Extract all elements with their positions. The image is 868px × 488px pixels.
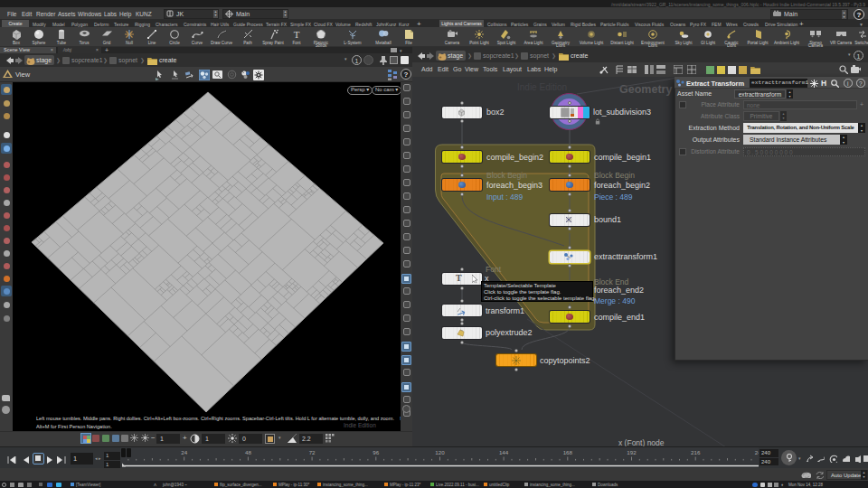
svg-text:96: 96 — [373, 449, 379, 455]
svg-text:192: 192 — [627, 449, 637, 455]
svg-text:144: 144 — [499, 449, 509, 455]
svg-text:48: 48 — [245, 449, 251, 455]
svg-text:168: 168 — [563, 449, 573, 455]
svg-text:24: 24 — [181, 449, 187, 455]
svg-text:120: 120 — [435, 449, 445, 455]
svg-text:216: 216 — [691, 449, 701, 455]
svg-text:72: 72 — [309, 449, 316, 455]
svg-text:T: T — [294, 29, 300, 40]
svg-text:240: 240 — [755, 449, 759, 455]
